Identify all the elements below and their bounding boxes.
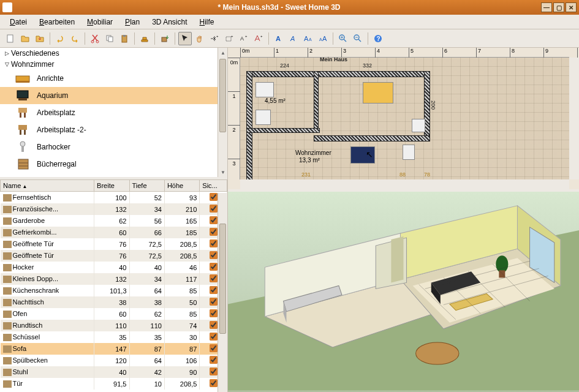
table-scrollbar[interactable]	[218, 193, 227, 392]
col-sichtbar[interactable]: Sic...	[200, 180, 227, 192]
plan-scrollbar-vertical[interactable]	[569, 58, 579, 179]
col-hoehe[interactable]: Höhe	[164, 180, 199, 192]
table-row[interactable]: Kleines Dopp...13234117	[1, 273, 227, 285]
text-tool-button[interactable]: +	[252, 32, 265, 45]
catalog-category-wohnzimmer[interactable]: ▽Wohnzimmer	[0, 59, 227, 70]
copy-button[interactable]	[103, 32, 116, 45]
col-tiefe[interactable]: Tiefe	[129, 180, 164, 192]
visible-checkbox[interactable]	[210, 286, 218, 294]
menu-bearbeiten[interactable]: Bearbeiten	[34, 17, 80, 28]
plan-2d-view[interactable]: 0m12345678910 0m123 Mein Haus 224 332 20…	[228, 48, 579, 192]
catalog-item[interactable]: Arbeitsplatz	[0, 104, 227, 121]
catalog-item[interactable]: Arbeitsplatz -2-	[0, 121, 227, 138]
menu-hilfe[interactable]: Hilfe	[195, 17, 219, 28]
wall[interactable]	[246, 128, 320, 133]
import-furniture-button[interactable]	[158, 32, 172, 45]
menu-3d-ansicht[interactable]: 3D Ansicht	[147, 17, 192, 28]
table-row[interactable]: Schüssel353530	[1, 331, 227, 343]
new-file-button[interactable]	[4, 32, 17, 45]
pan-tool-button[interactable]	[193, 32, 206, 45]
table-row[interactable]: Französische...13234210	[1, 203, 227, 215]
catalog-item[interactable]: Bücherregal	[0, 156, 227, 173]
plan-scrollbar-horizontal[interactable]	[240, 179, 569, 189]
furniture-table[interactable]: Name Breite Tiefe Höhe Sic... Fernsehtis…	[0, 179, 227, 392]
catalog-item[interactable]: Barhocker	[0, 138, 227, 156]
close-button[interactable]: ✕	[566, 2, 577, 12]
furniture-object[interactable]	[412, 119, 425, 132]
visible-checkbox[interactable]	[210, 321, 218, 329]
text-size-increase-button[interactable]: AA	[301, 32, 315, 45]
dimension-tool-button[interactable]: A+	[237, 32, 251, 45]
furniture-object[interactable]	[255, 82, 274, 97]
visible-checkbox[interactable]	[210, 193, 218, 201]
visible-checkbox[interactable]	[210, 228, 218, 236]
menu-datei[interactable]: Datei	[5, 17, 32, 28]
wall[interactable]	[314, 71, 319, 132]
visible-checkbox[interactable]	[210, 344, 218, 352]
table-row[interactable]: Fernsehtisch1005293	[1, 192, 227, 204]
visible-checkbox[interactable]	[210, 333, 218, 341]
scroll-down-icon[interactable]: ▼	[218, 167, 227, 177]
wall[interactable]	[246, 71, 430, 77]
col-name[interactable]: Name	[1, 180, 94, 192]
maximize-button[interactable]: ▢	[553, 2, 564, 12]
visible-checkbox[interactable]	[210, 239, 218, 247]
visible-checkbox[interactable]	[210, 356, 218, 364]
text-style-italic-button[interactable]: A	[287, 32, 300, 45]
furniture-object[interactable]	[255, 110, 271, 125]
visible-checkbox[interactable]	[210, 368, 218, 375]
add-furniture-button[interactable]	[138, 32, 151, 45]
visible-checkbox[interactable]	[210, 298, 218, 306]
table-row[interactable]: Geöffnete Tür7672,5208,5	[1, 238, 227, 250]
open-file-button[interactable]	[18, 32, 32, 45]
table-row[interactable]: Ofen606285	[1, 308, 227, 320]
table-row[interactable]: Hocker404046	[1, 262, 227, 273]
paste-button[interactable]	[118, 32, 131, 45]
save-file-button[interactable]	[33, 32, 47, 45]
catalog-scrollbar[interactable]: ▲ ▼	[218, 48, 227, 177]
zoom-out-button[interactable]	[351, 32, 365, 45]
catalog-category-verschiedenes[interactable]: ▷Verschiedenes	[0, 48, 227, 59]
furniture-bed[interactable]	[363, 82, 393, 104]
table-row[interactable]: Stuhl404290	[1, 366, 227, 378]
select-tool-button[interactable]	[178, 32, 192, 45]
undo-button[interactable]	[53, 32, 67, 45]
wall[interactable]	[246, 71, 252, 181]
table-row[interactable]: Tür91,510208,5	[1, 378, 227, 390]
visible-checkbox[interactable]	[210, 205, 218, 213]
text-style-bold-button[interactable]: A	[272, 32, 286, 45]
wall-tool-button[interactable]: +	[208, 32, 221, 45]
minimize-button[interactable]: —	[541, 2, 552, 12]
col-breite[interactable]: Breite	[94, 180, 129, 192]
room-tool-button[interactable]: +	[222, 32, 236, 45]
catalog-item[interactable]: Anrichte	[0, 70, 227, 87]
menu-mobiliar[interactable]: Mobiliar	[82, 17, 118, 28]
table-row[interactable]: Gefrierkombi...6066185	[1, 227, 227, 238]
visible-checkbox[interactable]	[210, 379, 218, 387]
menu-plan[interactable]: Plan	[120, 17, 145, 28]
visible-checkbox[interactable]	[210, 216, 218, 224]
scrollbar-thumb[interactable]	[219, 59, 226, 132]
visible-checkbox[interactable]	[210, 309, 218, 317]
visible-checkbox[interactable]	[210, 251, 218, 259]
view-3d[interactable]	[228, 192, 579, 392]
visible-checkbox[interactable]	[210, 263, 218, 271]
table-row[interactable]: Nachttisch383850	[1, 296, 227, 308]
table-row[interactable]: Spülbecken12064106	[1, 355, 227, 366]
cut-button[interactable]	[88, 32, 102, 45]
visible-checkbox[interactable]	[210, 274, 218, 282]
furniture-catalog-tree[interactable]: ▷Verschiedenes ▽Wohnzimmer AnrichteAquar…	[0, 48, 227, 179]
plan-canvas[interactable]: Mein Haus 224 332 200 4,55 m² Wohnzimmer…	[240, 58, 569, 179]
redo-button[interactable]	[68, 32, 81, 45]
scrollbar-thumb[interactable]	[219, 224, 226, 334]
furniture-object[interactable]	[403, 145, 415, 160]
help-button[interactable]: ?	[371, 32, 385, 45]
table-row[interactable]: Sofa1478787	[1, 343, 227, 355]
table-row[interactable]: Garderobe6256165	[1, 215, 227, 227]
table-row[interactable]: Geöffnete Tür7672,5208,5	[1, 250, 227, 262]
scroll-up-icon[interactable]: ▲	[218, 48, 227, 58]
text-size-decrease-button[interactable]: AA	[316, 32, 330, 45]
catalog-item[interactable]: Aquarium	[0, 87, 227, 104]
wall[interactable]	[314, 135, 430, 141]
zoom-in-button[interactable]	[336, 32, 350, 45]
